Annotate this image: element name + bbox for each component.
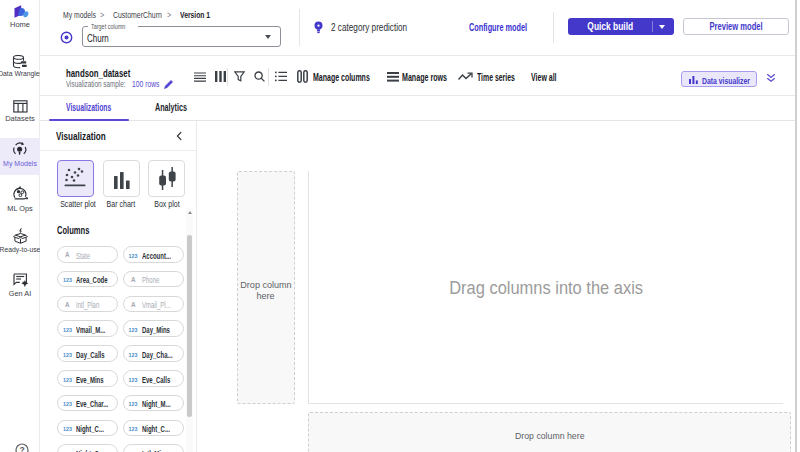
svg-text:?: ? bbox=[19, 445, 24, 452]
